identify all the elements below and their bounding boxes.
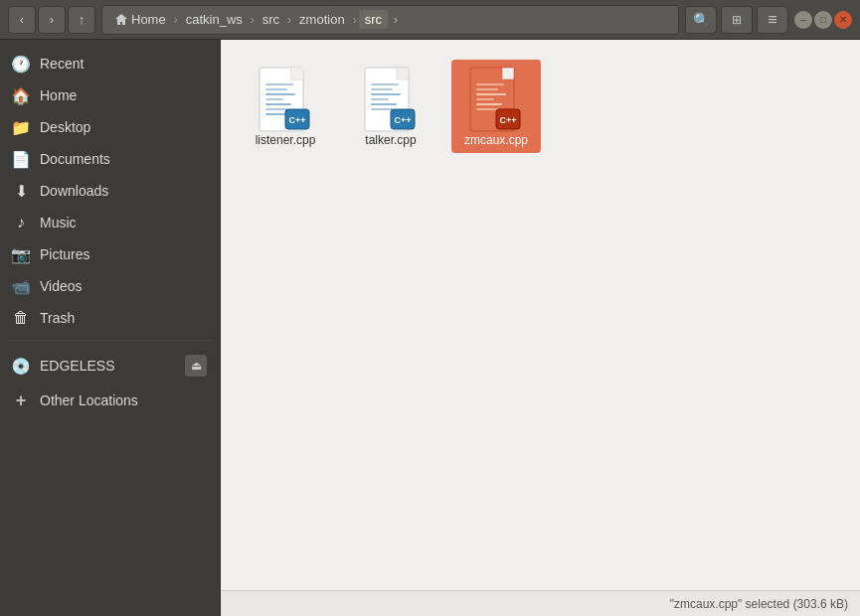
maximize-button[interactable]: □ [814, 11, 832, 29]
search-icon: 🔍 [693, 12, 710, 28]
svg-rect-32 [476, 103, 502, 105]
pictures-icon: 📷 [12, 245, 30, 263]
file-item-talker[interactable]: C++ talker.cpp [346, 60, 435, 153]
music-icon: ♪ [12, 214, 30, 231]
breadcrumb-home[interactable]: Home [108, 10, 172, 29]
sidebar-item-trash[interactable]: 🗑 Trash [0, 302, 220, 334]
nav-back-icon: ‹ [20, 12, 24, 27]
svg-rect-21 [371, 108, 393, 110]
titlebar: ‹ › ↑ Home › catkin_ws › src › zmotion ›… [0, 0, 860, 40]
view-toggle-button[interactable]: ⊞ [721, 6, 753, 34]
svg-rect-30 [476, 93, 506, 95]
breadcrumb-sep-3: › [287, 13, 291, 27]
breadcrumb-src1[interactable]: src [257, 10, 285, 29]
file-label-zmcaux: zmcaux.cpp [464, 133, 528, 147]
sidebar-divider [8, 340, 212, 341]
breadcrumb-zmotion[interactable]: zmotion [293, 10, 351, 29]
breadcrumb-catkin[interactable]: catkin_ws [180, 10, 249, 29]
search-button[interactable]: 🔍 [685, 6, 717, 34]
breadcrumb-sep-2: › [251, 13, 255, 27]
svg-rect-31 [476, 98, 494, 100]
sidebar-item-videos[interactable]: 📹 Videos [0, 270, 220, 302]
menu-icon: ≡ [768, 11, 776, 29]
svg-rect-19 [371, 98, 389, 100]
close-button[interactable]: ✕ [834, 11, 852, 29]
breadcrumb-src2[interactable]: src [359, 10, 388, 29]
svg-rect-7 [265, 98, 283, 100]
status-text: "zmcaux.cpp" selected (303.6 kB) [670, 597, 848, 611]
sidebar-item-documents[interactable]: 📄 Documents [0, 143, 220, 175]
status-bar: "zmcaux.cpp" selected (303.6 kB) [221, 590, 860, 616]
file-icon-talker: C++ [363, 66, 419, 133]
nav-buttons: ‹ › ↑ [8, 6, 95, 34]
videos-icon: 📹 [12, 277, 30, 295]
nav-up-button[interactable]: ↑ [68, 6, 95, 34]
sidebar-item-home[interactable]: 🏠 Home [0, 79, 220, 111]
minimize-button[interactable]: – [794, 11, 812, 29]
sidebar-item-music[interactable]: ♪ Music [0, 207, 220, 238]
breadcrumb-more-button[interactable]: › [390, 11, 402, 29]
sidebar-item-edgeless[interactable]: 💿 EDGELESS ⏏ [0, 347, 220, 385]
svg-rect-5 [265, 88, 287, 90]
file-area: C++ listener.cpp C++ [221, 40, 860, 616]
eject-button[interactable]: ⏏ [184, 354, 208, 378]
edgeless-icon: 💿 [12, 357, 30, 375]
svg-text:C++: C++ [499, 115, 516, 125]
svg-rect-28 [476, 83, 504, 85]
trash-icon: 🗑 [12, 309, 30, 327]
sidebar-item-recent[interactable]: 🕐 Recent [0, 48, 220, 79]
breadcrumb: Home › catkin_ws › src › zmotion › src › [101, 5, 679, 35]
svg-rect-3 [291, 68, 303, 79]
nav-forward-icon: › [50, 12, 54, 27]
documents-icon: 📄 [12, 150, 30, 168]
svg-text:C++: C++ [288, 115, 305, 125]
menu-button[interactable]: ≡ [757, 6, 788, 34]
breadcrumb-sep-1: › [174, 13, 178, 27]
home-icon [114, 13, 128, 27]
sidebar-item-desktop[interactable]: 📁 Desktop [0, 111, 220, 143]
svg-rect-15 [397, 68, 409, 79]
nav-forward-button[interactable]: › [38, 6, 66, 34]
sidebar: 🕐 Recent 🏠 Home 📁 Desktop 📄 Documents ⬇ … [0, 40, 221, 616]
downloads-icon: ⬇ [12, 182, 30, 200]
breadcrumb-sep-4: › [353, 13, 357, 27]
nav-back-button[interactable]: ‹ [8, 6, 36, 34]
svg-rect-33 [476, 108, 498, 110]
svg-text:C++: C++ [394, 115, 411, 125]
file-icon-zmcaux: C++ [468, 66, 524, 133]
view-icon: ⊞ [732, 13, 742, 27]
svg-rect-16 [371, 83, 399, 85]
desktop-icon: 📁 [12, 118, 30, 136]
home-sidebar-icon: 🏠 [12, 86, 30, 104]
svg-rect-17 [371, 88, 393, 90]
svg-rect-6 [265, 93, 295, 95]
svg-rect-4 [265, 83, 293, 85]
file-item-zmcaux[interactable]: C++ zmcaux.cpp [451, 60, 541, 153]
svg-rect-8 [265, 103, 291, 105]
nav-up-icon: ↑ [79, 12, 86, 27]
main-area: 🕐 Recent 🏠 Home 📁 Desktop 📄 Documents ⬇ … [0, 40, 860, 616]
file-label-talker: talker.cpp [365, 133, 416, 147]
file-item-listener[interactable]: C++ listener.cpp [241, 60, 330, 153]
window-controls: – □ ✕ [794, 11, 852, 29]
other-locations-icon: + [12, 391, 30, 409]
svg-rect-18 [371, 93, 401, 95]
svg-rect-27 [502, 68, 514, 79]
sidebar-item-pictures[interactable]: 📷 Pictures [0, 238, 220, 270]
svg-rect-20 [371, 103, 397, 105]
file-icon-listener: C++ [258, 66, 313, 133]
svg-rect-9 [265, 108, 287, 110]
file-grid: C++ listener.cpp C++ [221, 40, 860, 590]
svg-rect-29 [476, 88, 498, 90]
file-label-listener: listener.cpp [256, 133, 316, 147]
eject-icon: ⏏ [191, 359, 202, 373]
sidebar-item-downloads[interactable]: ⬇ Downloads [0, 175, 220, 207]
sidebar-item-other-locations[interactable]: + Other Locations [0, 385, 220, 416]
toolbar-buttons: 🔍 ⊞ ≡ [685, 6, 788, 34]
recent-icon: 🕐 [12, 55, 30, 73]
